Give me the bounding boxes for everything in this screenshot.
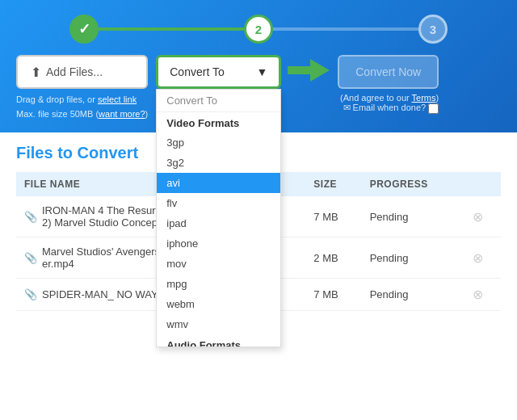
- format-ipad[interactable]: ipad: [157, 213, 280, 233]
- select-link[interactable]: select link: [98, 94, 137, 104]
- email-checkbox-icon: ✉: [343, 103, 353, 112]
- add-files-button[interactable]: ⬆ Add Files...: [16, 55, 148, 89]
- format-mov[interactable]: mov: [157, 254, 280, 274]
- file-icon-3: 📎: [24, 288, 37, 300]
- col-spacer: [284, 172, 306, 196]
- chevron-down-icon: ▼: [256, 65, 267, 78]
- file-size-2: 2 MB: [305, 237, 361, 279]
- step-3: 3: [418, 15, 448, 44]
- file-size-3: 7 MB: [305, 279, 361, 311]
- format-webm[interactable]: webm: [157, 294, 280, 314]
- col-actions: [464, 172, 502, 196]
- format-mpg[interactable]: mpg: [157, 274, 280, 294]
- steps-row: ✓ 2 3: [16, 15, 501, 44]
- convert-to-container: Convert To ▼ Convert To Video Formats 3g…: [156, 55, 281, 89]
- dropdown-header: Convert To: [157, 90, 280, 112]
- format-3gp[interactable]: 3gp: [157, 132, 280, 153]
- file-icon-2: 📎: [24, 252, 37, 264]
- remove-button-2[interactable]: ⊗: [473, 251, 483, 265]
- file-icon-1: 📎: [24, 211, 37, 223]
- step-2: 2: [244, 15, 273, 44]
- format-3g2[interactable]: 3g2: [157, 153, 280, 173]
- file-status-2: Pending: [362, 237, 464, 279]
- arrow-indicator: [288, 59, 330, 85]
- file-size-1: 7 MB: [305, 196, 361, 237]
- drag-drop-text: Drag & drop files, or select link Max. f…: [16, 93, 148, 121]
- col-progress: PROGRESS: [362, 172, 464, 196]
- svg-marker-0: [288, 59, 330, 82]
- convert-now-button[interactable]: Convert Now: [338, 55, 439, 89]
- remove-button-3[interactable]: ⊗: [473, 288, 483, 301]
- top-banner: ✓ 2 3 ⬆ Add Files... Drag & drop files, …: [0, 0, 517, 132]
- step-line-1: [99, 27, 244, 31]
- right-options: (And agree to our Terms) ✉ Email when do…: [338, 93, 439, 114]
- email-checkbox[interactable]: [428, 103, 439, 114]
- col-size: SIZE: [305, 172, 361, 196]
- file-status-1: Pending: [362, 196, 464, 237]
- audio-formats-label: Audio Formats: [157, 334, 280, 347]
- step-1: ✓: [69, 15, 99, 44]
- want-more-link[interactable]: want more?: [99, 109, 145, 119]
- format-wmv[interactable]: wmv: [157, 314, 280, 334]
- terms-link[interactable]: Terms: [412, 93, 436, 103]
- format-iphone[interactable]: iphone: [157, 233, 280, 254]
- upload-icon: ⬆: [31, 65, 41, 80]
- format-avi[interactable]: avi: [157, 173, 280, 193]
- green-arrow-icon: [288, 59, 330, 82]
- video-formats-label: Video Formats: [157, 112, 280, 132]
- checkmark-icon: ✓: [78, 20, 90, 38]
- format-dropdown[interactable]: Convert To Video Formats 3gp 3g2 avi flv…: [156, 89, 281, 347]
- step-line-2: [273, 27, 418, 31]
- format-flv[interactable]: flv: [157, 193, 280, 213]
- convert-to-button[interactable]: Convert To ▼: [156, 55, 281, 89]
- file-status-3: Pending: [362, 279, 464, 311]
- remove-button-1[interactable]: ⊗: [473, 210, 483, 224]
- controls-row: ⬆ Add Files... Drag & drop files, or sel…: [16, 55, 501, 121]
